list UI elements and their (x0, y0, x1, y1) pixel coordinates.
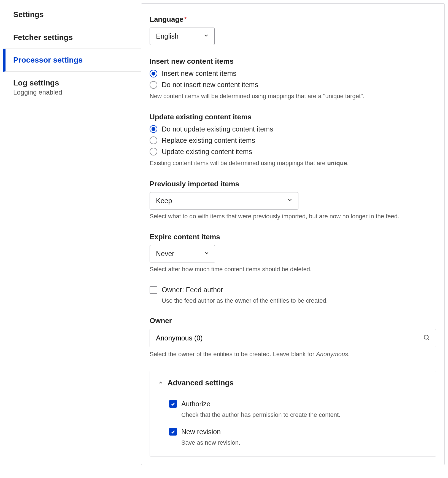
update-legend: Update existing content items (150, 113, 436, 121)
authorize-checkbox[interactable]: Authorize (169, 400, 428, 408)
sidebar-item-label: Fetcher settings (13, 33, 133, 42)
authorize-help: Check that the author has permission to … (181, 411, 428, 418)
radio-label: Replace existing content items (162, 136, 255, 144)
update-option-replace[interactable]: Replace existing content items (150, 136, 436, 144)
update-field: Update existing content items Do not upd… (150, 113, 436, 168)
owner-feed-author-checkbox[interactable]: Owner: Feed author (150, 286, 436, 294)
update-option-do-not-update[interactable]: Do not update existing content items (150, 125, 436, 133)
owner-feed-author-help: Use the feed author as the owner of the … (162, 297, 436, 304)
new-revision-field: New revision Save as new revision. (169, 428, 428, 446)
owner-input[interactable] (150, 329, 436, 347)
language-field: Language* English (150, 15, 436, 45)
label-text: Language (150, 15, 183, 23)
owner-help: Select the owner of the entities to be c… (150, 350, 436, 359)
insert-option-insert[interactable]: Insert new content items (150, 69, 436, 77)
select-value: Never (150, 245, 215, 262)
radio-icon (150, 70, 157, 77)
radio-label: Do not update existing content items (162, 125, 273, 133)
prev-imported-field: Previously imported items Keep Select wh… (150, 180, 436, 221)
radio-label: Insert new content items (162, 69, 236, 77)
insert-field: Insert new content items Insert new cont… (150, 57, 436, 101)
checkbox-icon (150, 286, 157, 294)
insert-legend: Insert new content items (150, 57, 436, 66)
update-option-update[interactable]: Update existing content items (150, 148, 436, 156)
svg-line-1 (428, 339, 429, 340)
sidebar-item-label: Processor settings (13, 55, 133, 65)
advanced-settings-toggle[interactable]: Advanced settings (158, 379, 428, 387)
language-select[interactable]: English (150, 28, 215, 45)
expire-select[interactable]: Never (150, 245, 215, 262)
prev-imported-label: Previously imported items (150, 180, 436, 188)
checkbox-icon (169, 428, 177, 436)
owner-label: Owner (150, 316, 436, 325)
update-help: Existing content items will be determine… (150, 159, 436, 168)
select-value: English (150, 28, 215, 45)
search-icon (423, 334, 430, 343)
expire-label: Expire content items (150, 233, 436, 241)
sidebar-item-fetcher-settings[interactable]: Fetcher settings (3, 26, 141, 49)
prev-imported-select[interactable]: Keep (150, 192, 298, 210)
sidebar-item-sublabel: Logging enabled (13, 88, 133, 96)
help-text-part: Select the owner of the entities to be c… (150, 351, 316, 358)
help-text-italic: Anonymous (316, 351, 348, 358)
svg-point-0 (424, 335, 428, 339)
insert-option-do-not-insert[interactable]: Do not insert new content items (150, 81, 436, 89)
language-label: Language* (150, 15, 436, 24)
checkbox-icon (169, 400, 177, 408)
settings-sidebar: Settings Fetcher settings Processor sett… (3, 3, 141, 465)
help-text-part: . (347, 160, 349, 167)
sidebar-item-label: Settings (13, 10, 133, 19)
radio-icon (150, 125, 157, 133)
prev-imported-help: Select what to do with items that were p… (150, 212, 436, 221)
advanced-settings-panel: Advanced settings Authorize Check that t… (150, 371, 436, 456)
select-value: Keep (150, 192, 298, 210)
expire-help: Select after how much time content items… (150, 265, 436, 274)
radio-icon (150, 81, 157, 89)
sidebar-item-settings[interactable]: Settings (3, 3, 141, 26)
authorize-field: Authorize Check that the author has perm… (169, 400, 428, 418)
insert-help: New content items will be determined usi… (150, 92, 436, 101)
sidebar-item-log-settings[interactable]: Log settings Logging enabled (3, 72, 141, 103)
expire-field: Expire content items Never Select after … (150, 233, 436, 274)
processor-settings-panel: Language* English Insert new content ite… (141, 3, 445, 465)
radio-label: Do not insert new content items (162, 81, 258, 89)
advanced-settings-body: Authorize Check that the author has perm… (158, 387, 428, 446)
help-text-bold: unique (327, 160, 347, 167)
new-revision-help: Save as new revision. (181, 439, 428, 446)
checkbox-label: Authorize (181, 400, 210, 408)
help-text-part: Existing content items will be determine… (150, 160, 327, 167)
chevron-up-icon (158, 379, 163, 387)
sidebar-item-label: Log settings (13, 78, 133, 88)
radio-icon (150, 136, 157, 144)
checkbox-label: New revision (181, 428, 221, 436)
owner-input-wrap (150, 329, 436, 347)
checkbox-label: Owner: Feed author (162, 286, 223, 294)
required-indicator: * (184, 15, 187, 23)
radio-icon (150, 148, 157, 155)
owner-feed-author-field: Owner: Feed author Use the feed author a… (150, 286, 436, 304)
help-text-part: . (348, 351, 350, 358)
sidebar-item-processor-settings[interactable]: Processor settings (3, 49, 141, 72)
radio-label: Update existing content items (162, 148, 252, 156)
owner-field: Owner Select the owner of the entities t… (150, 316, 436, 359)
new-revision-checkbox[interactable]: New revision (169, 428, 428, 436)
advanced-title: Advanced settings (168, 379, 234, 387)
